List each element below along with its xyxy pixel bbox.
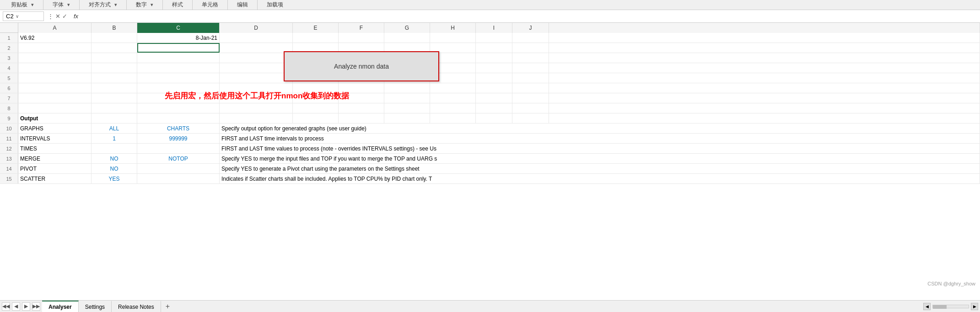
cell-c12[interactable]	[137, 144, 220, 153]
col-header-i[interactable]: I	[476, 23, 512, 33]
cell-c4[interactable]	[137, 63, 220, 73]
cell-c9[interactable]	[137, 113, 220, 123]
cell-i2[interactable]	[476, 43, 512, 53]
sheet-nav-last[interactable]: ▶▶	[32, 302, 40, 311]
cell-i8[interactable]	[476, 103, 512, 113]
cell-j5[interactable]	[512, 73, 549, 83]
cell-i9[interactable]	[476, 113, 512, 123]
cell-e1[interactable]	[293, 33, 339, 43]
cell-d5[interactable]	[220, 73, 293, 83]
cell-g8[interactable]	[384, 103, 430, 113]
cancel-icon[interactable]: ✕	[55, 13, 60, 20]
sheet-tab-add[interactable]: +	[161, 302, 174, 311]
cell-b2[interactable]	[92, 43, 137, 53]
cell-b6[interactable]	[92, 83, 137, 93]
cell-i7[interactable]	[476, 93, 512, 103]
cell-a15[interactable]: SCATTER	[18, 174, 92, 183]
cell-h9[interactable]	[430, 113, 476, 123]
cell-f8[interactable]	[339, 103, 384, 113]
cell-b15[interactable]: YES	[92, 174, 137, 183]
col-header-f[interactable]: F	[339, 23, 384, 33]
formula-input[interactable]	[83, 12, 977, 21]
confirm-icon[interactable]: ✓	[62, 13, 67, 20]
cell-a7[interactable]	[18, 93, 92, 103]
cell-i1[interactable]	[476, 33, 512, 43]
cell-d15[interactable]: Indicates if Scatter charts shall be inc…	[220, 174, 980, 183]
cell-d4[interactable]	[220, 63, 293, 73]
cell-h1[interactable]	[430, 33, 476, 43]
cell-h7[interactable]	[430, 93, 476, 103]
cell-e8[interactable]	[293, 103, 339, 113]
col-header-g[interactable]: G	[384, 23, 430, 33]
cell-d1[interactable]	[220, 33, 293, 43]
analyze-nmon-button[interactable]: Analyze nmon data	[284, 51, 439, 81]
ribbon-clipboard-dropdown[interactable]: ▾	[31, 2, 34, 8]
sheet-nav-first[interactable]: ◀◀	[2, 302, 10, 311]
cell-c1[interactable]: 8-Jan-21	[137, 33, 220, 43]
cell-a14[interactable]: PIVOT	[18, 164, 92, 173]
cell-j1[interactable]	[512, 33, 549, 43]
col-header-c[interactable]: C	[137, 23, 220, 33]
sheet-tab-analyser[interactable]: Analyser	[42, 301, 79, 312]
col-header-d[interactable]: D	[220, 23, 293, 33]
cell-c8[interactable]	[137, 103, 220, 113]
sheet-nav-prev[interactable]: ◀	[12, 302, 20, 311]
cell-e9[interactable]	[293, 113, 339, 123]
cell-ref-dropdown-icon[interactable]: ∨	[16, 14, 19, 19]
cell-b12[interactable]	[92, 144, 137, 153]
scroll-right-btn[interactable]: ▶	[971, 303, 978, 310]
cell-h6[interactable]	[430, 83, 476, 93]
cell-b1[interactable]	[92, 33, 137, 43]
cell-d3[interactable]	[220, 53, 293, 63]
cell-c10[interactable]: CHARTS	[137, 124, 220, 133]
cell-d12[interactable]: FIRST and LAST time values to process (n…	[220, 144, 980, 153]
cell-a2[interactable]	[18, 43, 92, 53]
cell-j8[interactable]	[512, 103, 549, 113]
cell-i5[interactable]	[476, 73, 512, 83]
cell-a4[interactable]	[18, 63, 92, 73]
sheet-nav-next[interactable]: ▶	[22, 302, 30, 311]
ribbon-align-dropdown[interactable]: ▾	[114, 2, 117, 8]
cell-j2[interactable]	[512, 43, 549, 53]
cell-c14[interactable]	[137, 164, 220, 173]
cell-i3[interactable]	[476, 53, 512, 63]
cell-d14[interactable]: Specify YES to generate a Pivot chart us…	[220, 164, 980, 173]
scroll-thumb[interactable]	[933, 305, 947, 309]
cell-a13[interactable]: MERGE	[18, 154, 92, 163]
cell-g1[interactable]	[384, 33, 430, 43]
col-header-a[interactable]: A	[18, 23, 92, 33]
cell-b9[interactable]	[92, 113, 137, 123]
cell-a6[interactable]	[18, 83, 92, 93]
sheet-tab-settings[interactable]: Settings	[79, 301, 112, 312]
cell-b8[interactable]	[92, 103, 137, 113]
cell-reference-box[interactable]: C2 ∨	[3, 11, 44, 21]
cell-a3[interactable]	[18, 53, 92, 63]
horizontal-scrollbar[interactable]: ◀ ▶	[921, 303, 980, 310]
cell-c5[interactable]	[137, 73, 220, 83]
cell-b4[interactable]	[92, 63, 137, 73]
cell-f1[interactable]	[339, 33, 384, 43]
cell-b13[interactable]: NO	[92, 154, 137, 163]
cell-b3[interactable]	[92, 53, 137, 63]
cell-j7[interactable]	[512, 93, 549, 103]
cell-b14[interactable]: NO	[92, 164, 137, 173]
cell-b10[interactable]: ALL	[92, 124, 137, 133]
cell-b11[interactable]: 1	[92, 134, 137, 143]
cell-i6[interactable]	[476, 83, 512, 93]
cell-a11[interactable]: INTERVALS	[18, 134, 92, 143]
cell-d9[interactable]	[220, 113, 293, 123]
cell-g7[interactable]	[384, 93, 430, 103]
ribbon-font-dropdown[interactable]: ▾	[67, 2, 70, 8]
cell-a1[interactable]: V6.92	[18, 33, 92, 43]
col-header-b[interactable]: B	[92, 23, 137, 33]
cell-c2[interactable]	[137, 43, 220, 53]
cell-f9[interactable]	[339, 113, 384, 123]
cell-a5[interactable]	[18, 73, 92, 83]
cell-c15[interactable]	[137, 174, 220, 183]
cell-j3[interactable]	[512, 53, 549, 63]
col-header-e[interactable]: E	[293, 23, 339, 33]
more-options-icon[interactable]: ⋮	[48, 13, 54, 20]
col-header-j[interactable]: J	[512, 23, 549, 33]
cell-c13[interactable]: NOTOP	[137, 154, 220, 163]
ribbon-number-dropdown[interactable]: ▾	[151, 2, 153, 8]
